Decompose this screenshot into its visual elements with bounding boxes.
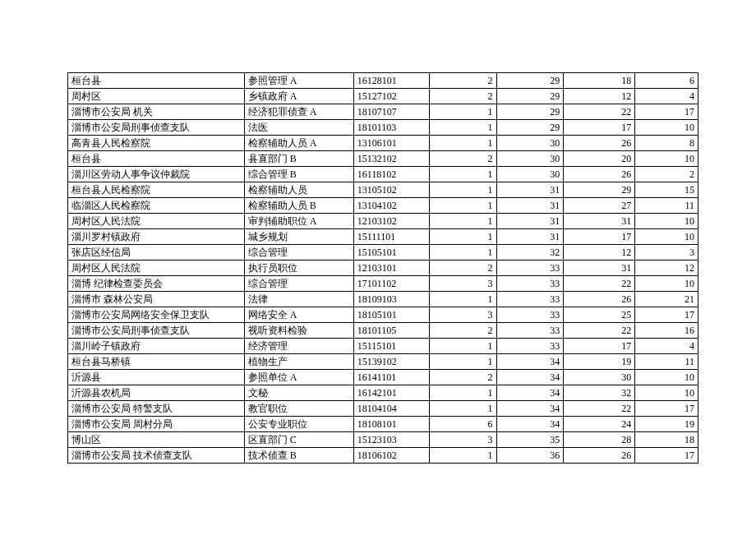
cell-n2: 33 [496, 307, 564, 323]
cell-n3: 20 [564, 151, 635, 167]
cell-n3: 31 [564, 214, 635, 229]
cell-n2: 33 [496, 323, 564, 339]
cell-position: 法医 [244, 120, 353, 136]
cell-n3: 22 [564, 276, 635, 292]
cell-position: 审判辅助职位 A [244, 214, 353, 229]
cell-n1: 2 [429, 89, 496, 104]
table-row: 周村区乡镇政府 A15127102229124 [68, 89, 698, 104]
cell-n3: 31 [564, 261, 635, 276]
cell-code: 15127102 [353, 89, 429, 104]
cell-org: 淄川罗村镇政府 [68, 229, 245, 245]
cell-n1: 1 [429, 385, 496, 401]
table-row: 桓台县县直部门 B151321022302010 [68, 151, 698, 167]
cell-n3: 22 [564, 104, 635, 120]
cell-code: 16128101 [353, 73, 429, 89]
cell-n2: 29 [496, 89, 564, 104]
cell-n4: 10 [635, 151, 698, 167]
cell-n2: 33 [496, 276, 564, 292]
cell-n2: 34 [496, 401, 564, 417]
cell-n4: 2 [635, 167, 698, 182]
cell-position: 县直部门 B [244, 151, 353, 167]
table-row: 淄川区劳动人事争议仲裁院综合管理 B16118102130262 [68, 167, 698, 182]
cell-code: 16118102 [353, 167, 429, 182]
cell-n2: 32 [496, 245, 564, 261]
cell-org: 淄博市 森林公安局 [68, 292, 245, 307]
cell-n2: 31 [496, 229, 564, 245]
cell-n1: 2 [429, 323, 496, 339]
cell-n1: 1 [429, 214, 496, 229]
cell-n4: 8 [635, 136, 698, 151]
cell-n2: 29 [496, 104, 564, 120]
cell-code: 18101105 [353, 323, 429, 339]
cell-position: 参照单位 A [244, 370, 353, 385]
document-page: 桓台县参照管理 A16128101229186周村区乡镇政府 A15127102… [0, 0, 756, 464]
cell-n1: 1 [429, 198, 496, 214]
cell-n2: 29 [496, 120, 564, 136]
cell-code: 18101103 [353, 120, 429, 136]
cell-n4: 10 [635, 120, 698, 136]
cell-position: 网络安全 A [244, 307, 353, 323]
cell-n3: 17 [564, 229, 635, 245]
cell-position: 法律 [244, 292, 353, 307]
table-row: 沂源县参照单位 A161411012343010 [68, 370, 698, 385]
cell-n1: 1 [429, 354, 496, 370]
cell-n1: 1 [429, 339, 496, 354]
cell-org: 张店区经信局 [68, 245, 245, 261]
cell-n1: 2 [429, 261, 496, 276]
cell-org: 沂源县农机局 [68, 385, 245, 401]
table-row: 淄博市公安局 技术侦查支队技术侦查 B181061021362617 [68, 448, 698, 464]
cell-n3: 24 [564, 417, 635, 432]
cell-n1: 1 [429, 104, 496, 120]
cell-code: 12103102 [353, 214, 429, 229]
cell-position: 综合管理 [244, 276, 353, 292]
table-row: 淄博市公安局刑事侦查支队视听资料检验181011052332216 [68, 323, 698, 339]
cell-n1: 2 [429, 370, 496, 385]
cell-n2: 36 [496, 448, 564, 464]
cell-n2: 33 [496, 339, 564, 354]
table-row: 淄博市公安局刑事侦查支队法医181011031291710 [68, 120, 698, 136]
cell-n3: 17 [564, 120, 635, 136]
cell-n3: 18 [564, 73, 635, 89]
cell-org: 淄川区劳动人事争议仲裁院 [68, 167, 245, 182]
cell-n1: 1 [429, 229, 496, 245]
cell-n3: 28 [564, 432, 635, 448]
cell-code: 15139102 [353, 354, 429, 370]
cell-n3: 30 [564, 370, 635, 385]
cell-n1: 1 [429, 182, 496, 198]
cell-n4: 16 [635, 323, 698, 339]
cell-code: 16141101 [353, 370, 429, 385]
cell-n4: 10 [635, 276, 698, 292]
cell-n4: 10 [635, 214, 698, 229]
cell-code: 18106102 [353, 448, 429, 464]
cell-org: 桓台县人民检察院 [68, 182, 245, 198]
cell-n2: 33 [496, 261, 564, 276]
cell-n4: 17 [635, 104, 698, 120]
cell-n2: 31 [496, 198, 564, 214]
cell-n2: 31 [496, 214, 564, 229]
cell-n3: 25 [564, 307, 635, 323]
table-row: 桓台县参照管理 A16128101229186 [68, 73, 698, 89]
cell-n1: 1 [429, 120, 496, 136]
cell-position: 区直部门 C [244, 432, 353, 448]
cell-org: 淄博市公安局 机关 [68, 104, 245, 120]
table-row: 沂源县农机局文秘161421011343210 [68, 385, 698, 401]
cell-position: 经济犯罪侦查 A [244, 104, 353, 120]
cell-n4: 12 [635, 261, 698, 276]
cell-org: 周村区 [68, 89, 245, 104]
table-row: 淄博 纪律检查委员会综合管理171011023332210 [68, 276, 698, 292]
cell-n3: 26 [564, 292, 635, 307]
cell-code: 15105101 [353, 245, 429, 261]
table-row: 桓台县马桥镇植物生产151391021341911 [68, 354, 698, 370]
cell-position: 城乡规划 [244, 229, 353, 245]
cell-code: 13106101 [353, 136, 429, 151]
cell-n4: 18 [635, 432, 698, 448]
cell-org: 淄川岭子镇政府 [68, 339, 245, 354]
cell-n2: 33 [496, 292, 564, 307]
cell-position: 公安专业职位 [244, 417, 353, 432]
cell-code: 12103101 [353, 261, 429, 276]
cell-position: 执行员职位 [244, 261, 353, 276]
cell-n3: 26 [564, 448, 635, 464]
table-row: 淄川罗村镇政府城乡规划151111011311710 [68, 229, 698, 245]
cell-code: 18107107 [353, 104, 429, 120]
cell-n1: 1 [429, 167, 496, 182]
